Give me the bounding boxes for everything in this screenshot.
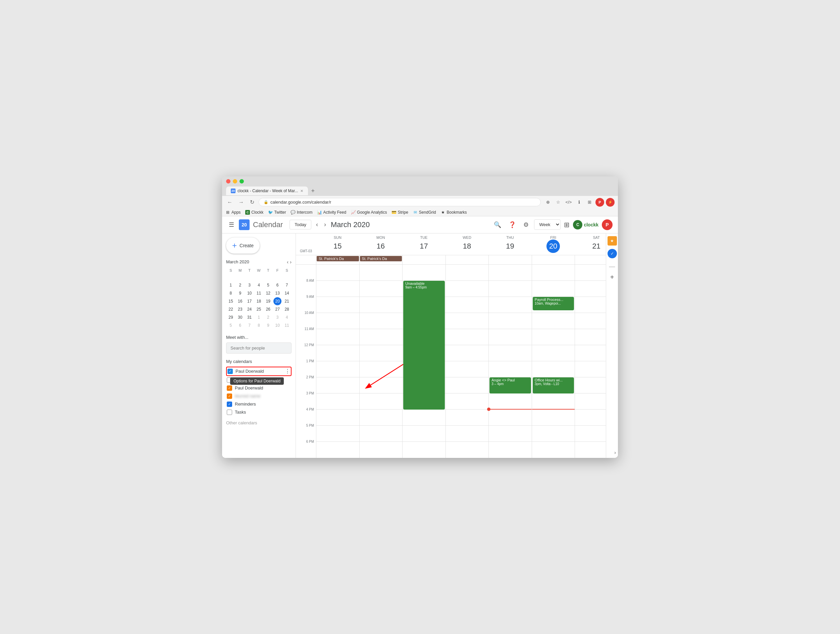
time-4pm: 4 PM	[296, 408, 316, 424]
day-col-wed[interactable]	[445, 265, 489, 458]
all-day-wed[interactable]	[445, 255, 489, 264]
address-bar[interactable]: 🔒 calendar.google.com/calendar/r	[259, 198, 541, 206]
all-day-fri[interactable]	[532, 255, 575, 264]
bookmark-google-analytics[interactable]: 📈 Google Analytics	[351, 210, 387, 215]
time-8am: 8 AM	[296, 279, 316, 295]
day-col-thu[interactable]: Angie <> Paul 3 – 4pm	[488, 265, 532, 458]
calendar-checkbox-blurred[interactable]: ✓	[227, 393, 232, 399]
all-day-thu[interactable]	[488, 255, 532, 264]
google-calendar: ☰ 20 Calendar Today ‹ › March 2020 🔍 ❓ ⚙…	[222, 216, 618, 458]
info-button[interactable]: ℹ	[575, 198, 583, 207]
day-col-tue[interactable]: Unavailable 9am – 4:55pm	[402, 265, 445, 458]
day-header-tue: TUE 17	[402, 233, 445, 255]
search-people-input[interactable]	[226, 342, 292, 353]
bookmark-activity-feed[interactable]: 📊 Activity Feed	[317, 210, 346, 215]
calendar-item-blurred[interactable]: ✓ blurred name	[226, 392, 292, 400]
day-col-fri[interactable]: Payroll Process... 10am, Wagepoi... Offi…	[532, 265, 575, 458]
calendar-item-paul[interactable]: ✓ Paul Doerwald ⋮ Options for Paul Doerw…	[226, 367, 292, 376]
day-header-sun: SUN 15	[316, 233, 359, 255]
calendar-options-button[interactable]: ⋮	[285, 368, 290, 374]
settings-button[interactable]: ⊞	[585, 198, 594, 207]
new-tab-button[interactable]: +	[308, 186, 318, 196]
maximize-button[interactable]	[240, 179, 244, 183]
check-icon-2: ✓	[228, 386, 231, 390]
address-bar-row: ← → ↻ 🔒 calendar.google.com/calendar/r ⊕…	[222, 196, 618, 209]
profile-button[interactable]: P	[595, 198, 604, 207]
sync-button[interactable]: ⚡	[606, 198, 614, 207]
bookmark-analytics-label: Google Analytics	[357, 210, 387, 215]
calendar-grid-wrapper: GMT-03 SUN 15 MON 16 TUE 17 WED	[296, 233, 618, 458]
hamburger-menu[interactable]: ☰	[227, 220, 235, 230]
google-apps-button[interactable]: ⊞	[564, 221, 570, 229]
calendar-checkbox-paul2[interactable]: ✓	[227, 385, 232, 391]
clockk-icon: C	[573, 220, 583, 229]
browser-actions: ⊕ ☆ </> ℹ ⊞ P ⚡	[543, 198, 614, 207]
next-week-button[interactable]: ›	[323, 220, 327, 229]
all-day-mon[interactable]: St. Patrick's Da	[359, 255, 403, 264]
grid-icon: ⊞	[226, 210, 230, 215]
payroll-event[interactable]: Payroll Process... 10am, Wagepoi...	[533, 297, 574, 310]
calendar-checkbox-paul[interactable]: ✓	[227, 369, 233, 374]
right-add-button[interactable]: +	[610, 273, 614, 281]
day-col-sun[interactable]	[316, 265, 359, 458]
current-time-fri-line	[532, 409, 575, 410]
calendar-name-paul: Paul Doerwald	[235, 369, 264, 374]
user-avatar[interactable]: P	[602, 219, 613, 230]
star-bookmark-icon: ★	[441, 210, 445, 215]
extensions-button[interactable]: ⊕	[543, 198, 552, 207]
calendar-item-tasks[interactable]: Tasks	[226, 408, 292, 416]
all-day-tue[interactable]	[402, 255, 445, 264]
mini-cal-next[interactable]: ›	[290, 259, 292, 265]
star-button[interactable]: ☆	[554, 198, 562, 207]
back-button[interactable]: ←	[226, 199, 234, 206]
other-calendars-title: Other calendars	[226, 420, 292, 425]
mini-cal-prev[interactable]: ‹	[287, 259, 289, 265]
calendar-item-paul2[interactable]: ✓ Paul Doerwald	[226, 384, 292, 392]
calendar-checkbox-reminders[interactable]: ✓	[227, 402, 232, 407]
prev-week-button[interactable]: ‹	[315, 220, 319, 229]
office-hours-event[interactable]: Office Hours wi... 3pm, Volta - L10	[533, 377, 574, 393]
today-button[interactable]: Today	[289, 220, 311, 229]
time-2pm: 2 PM	[296, 375, 316, 391]
gear-button[interactable]: ⚙	[521, 219, 531, 230]
day-col-mon[interactable]	[359, 265, 403, 458]
calendar-checkbox-tasks[interactable]	[227, 410, 232, 415]
bookmark-intercom-label: Intercom	[297, 210, 313, 215]
right-expand-button[interactable]: ›	[614, 450, 616, 455]
current-time-fri	[489, 409, 532, 410]
time-1pm: 1 PM	[296, 359, 316, 375]
devtools-button[interactable]: </>	[564, 198, 573, 207]
forward-button[interactable]: →	[237, 199, 246, 206]
event-title: Angie <> Paul	[491, 378, 529, 382]
calendar-name-reminders: Reminders	[235, 402, 256, 407]
st-patricks-sun[interactable]: St. Patrick's Da	[317, 256, 359, 261]
bookmark-stripe[interactable]: 💳 Stripe	[392, 210, 408, 215]
browser-chrome: 20 clockk - Calendar - Week of Mar... ✕ …	[222, 177, 618, 196]
angie-paul-event[interactable]: Angie <> Paul 3 – 4pm	[489, 377, 531, 393]
view-selector[interactable]: Week Day Month	[534, 219, 561, 230]
right-icon-1[interactable]: ★	[608, 236, 617, 246]
bookmark-clockk[interactable]: C Clockk	[245, 210, 263, 215]
tab-close-button[interactable]: ✕	[300, 189, 303, 193]
create-event-button[interactable]: + Create	[226, 238, 260, 254]
bookmark-bookmarks[interactable]: ★ Bookmarks	[441, 210, 467, 215]
help-button[interactable]: ❓	[507, 219, 518, 230]
calendar-item-reminders[interactable]: ✓ Reminders	[226, 400, 292, 408]
active-tab[interactable]: 20 clockk - Calendar - Week of Mar... ✕	[226, 186, 308, 195]
bookmark-sendgrid[interactable]: ✉ SendGrid	[413, 210, 436, 215]
minimize-button[interactable]	[233, 179, 237, 183]
mini-calendar: March 2020 ‹ › S M T W T F S	[226, 259, 292, 330]
bookmark-twitter[interactable]: 🐦 Twitter	[268, 210, 286, 215]
refresh-button[interactable]: ↻	[248, 198, 256, 206]
search-button[interactable]: 🔍	[492, 219, 503, 230]
all-day-sun[interactable]: St. Patrick's Da	[316, 255, 359, 264]
bookmark-apps-label: Apps	[232, 210, 240, 215]
close-button[interactable]	[226, 179, 231, 183]
time-labels-column: 8 AM 9 AM 10 AM 11 AM 12 PM 1 PM 2 PM 3 …	[296, 265, 316, 458]
bookmark-intercom[interactable]: 💬 Intercom	[291, 210, 313, 215]
st-patricks-mon[interactable]: St. Patrick's Da	[360, 256, 402, 261]
bookmark-apps[interactable]: ⊞ Apps	[226, 210, 240, 215]
tab-favicon: 20	[231, 189, 235, 193]
right-icon-2[interactable]: ✓	[608, 249, 617, 258]
unavailable-event[interactable]: Unavailable 9am – 4:55pm	[403, 281, 445, 410]
